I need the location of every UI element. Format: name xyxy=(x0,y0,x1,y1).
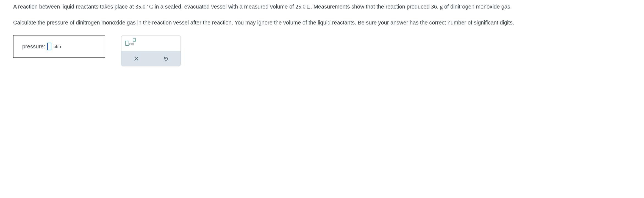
volume-value: 25.0 L xyxy=(295,3,310,10)
exponent-box-icon xyxy=(133,38,136,42)
text: of dinitrogen monoxide gas. xyxy=(443,4,512,10)
mass-value: 36. g xyxy=(431,3,443,10)
tool-panel: x10 xyxy=(121,35,181,66)
answer-box: pressure: atm xyxy=(13,35,105,58)
text: A reaction between liquid reactants take… xyxy=(13,4,135,10)
clear-button[interactable] xyxy=(130,54,142,64)
x10-label: x10 xyxy=(129,43,134,46)
problem-paragraph-1: A reaction between liquid reactants take… xyxy=(13,2,631,11)
temperature-value: 35.0 °C xyxy=(135,3,153,10)
undo-icon xyxy=(163,56,168,61)
pressure-unit: atm xyxy=(54,44,61,50)
pressure-label: pressure: xyxy=(22,43,45,50)
scientific-notation-button[interactable]: x10 xyxy=(125,39,137,47)
mantissa-box-icon xyxy=(125,41,129,46)
text: in a sealed, evacuated vessel with a mea… xyxy=(153,4,295,10)
problem-paragraph-2: Calculate the pressure of dinitrogen mon… xyxy=(13,18,631,27)
text: . Measurements show that the reaction pr… xyxy=(310,4,431,10)
reset-button[interactable] xyxy=(160,54,172,64)
pressure-input[interactable] xyxy=(47,43,51,50)
x-icon xyxy=(134,56,138,61)
